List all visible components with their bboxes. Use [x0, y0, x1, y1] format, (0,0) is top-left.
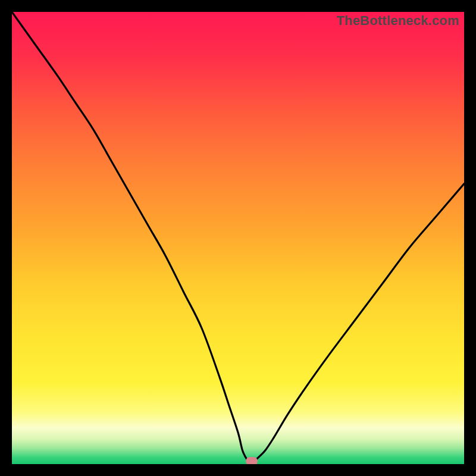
bottleneck-curve	[12, 12, 464, 464]
watermark-text: TheBottleneck.com	[337, 13, 459, 29]
chart-frame: TheBottleneck.com	[12, 12, 464, 464]
bottleneck-marker-icon	[246, 457, 258, 464]
